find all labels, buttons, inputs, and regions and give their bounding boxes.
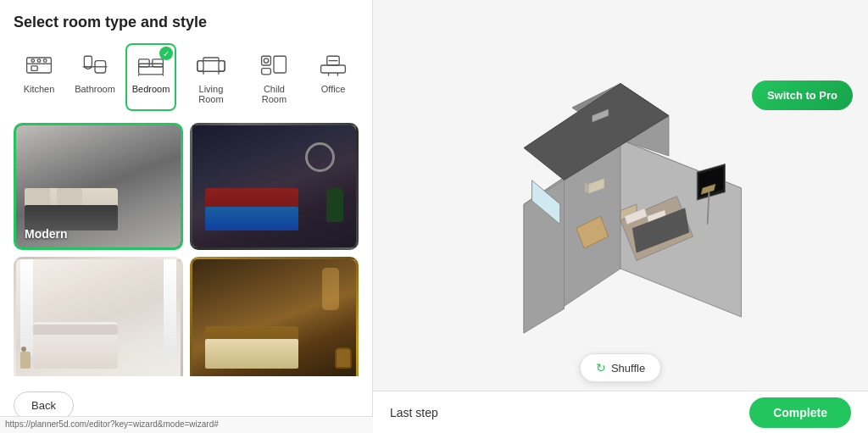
bathroom-label: Bathroom (75, 84, 115, 94)
bedroom-label: Bedroom (132, 84, 170, 94)
svg-point-3 (37, 59, 41, 63)
room-3d-view (459, 43, 782, 365)
shuffle-button[interactable]: ↻ Shuffle (580, 353, 661, 382)
switch-to-pro-button[interactable]: Switch to Pro (752, 80, 853, 110)
bedroom-check-badge: ✓ (159, 47, 173, 60)
complete-button[interactable]: Complete (749, 397, 851, 428)
shuffle-icon: ↻ (596, 361, 606, 375)
last-step-label: Last step (390, 406, 438, 419)
svg-rect-17 (219, 61, 225, 72)
back-button-area: Back (14, 383, 359, 419)
living-room-label: Living Room (192, 84, 231, 104)
svg-rect-0 (27, 58, 52, 73)
svg-point-24 (264, 58, 269, 63)
svg-point-2 (31, 59, 35, 63)
modern-label: Modern (25, 227, 68, 241)
room-type-bedroom[interactable]: ✓ Bedroom (125, 43, 176, 111)
shuffle-label: Shuffle (611, 362, 645, 375)
room-svg (459, 43, 782, 365)
svg-rect-10 (139, 59, 150, 67)
left-panel: Select room type and style Kitchen (0, 0, 373, 433)
svg-point-4 (43, 59, 47, 63)
right-panel: ↻ Shuffle (373, 0, 868, 433)
living-room-icon (194, 50, 228, 80)
room-type-bathroom[interactable]: Bathroom (70, 43, 120, 111)
svg-rect-9 (139, 64, 164, 75)
svg-rect-21 (262, 56, 271, 65)
style-warm[interactable] (190, 257, 359, 376)
style-modern[interactable]: Modern (14, 123, 183, 250)
kitchen-icon (22, 50, 56, 80)
svg-rect-15 (198, 61, 225, 72)
office-label: Office (321, 84, 346, 94)
svg-rect-6 (84, 56, 92, 67)
styles-grid: Modern (14, 123, 359, 376)
svg-rect-20 (203, 58, 219, 61)
office-icon (316, 50, 350, 80)
kitchen-label: Kitchen (24, 84, 55, 94)
child-room-label: Child Room (256, 84, 292, 104)
style-dark[interactable] (190, 123, 359, 250)
room-type-selector: Kitchen Bathroom ✓ (14, 43, 359, 111)
room-type-living-room[interactable]: Living Room (181, 43, 241, 111)
svg-rect-22 (274, 56, 286, 73)
url-bar: https://planner5d.com/editor?key=wizard&… (0, 416, 373, 433)
svg-rect-16 (198, 61, 203, 72)
bathroom-icon (78, 50, 112, 80)
svg-rect-25 (321, 65, 346, 73)
room-type-kitchen[interactable]: Kitchen (14, 43, 64, 111)
bottom-bar: Last step Complete (373, 391, 868, 433)
room-type-child-room[interactable]: Child Room (246, 43, 303, 111)
svg-rect-23 (262, 69, 271, 75)
style-scandinavian[interactable] (14, 257, 183, 376)
child-room-icon (257, 50, 291, 80)
page-title: Select room type and style (14, 14, 359, 31)
svg-rect-5 (31, 66, 37, 70)
svg-rect-11 (153, 59, 164, 67)
room-type-office[interactable]: Office (308, 43, 359, 111)
